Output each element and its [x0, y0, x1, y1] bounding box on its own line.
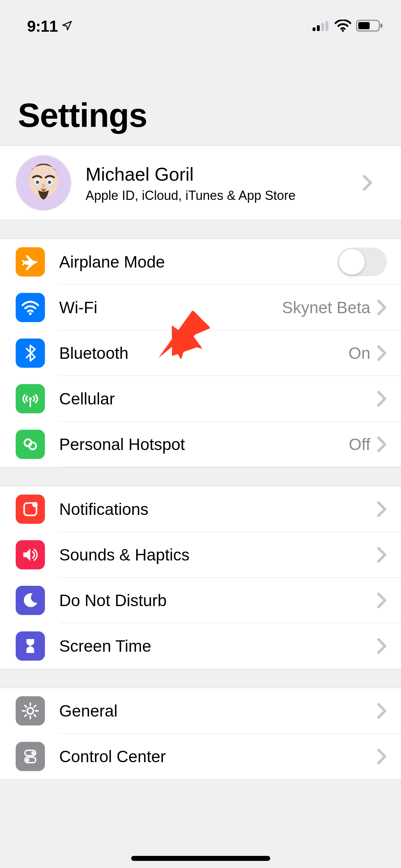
- row-label: Cellular: [59, 389, 377, 408]
- bluetooth-icon: [16, 339, 45, 368]
- account-row[interactable]: Michael Goril Apple ID, iCloud, iTunes &…: [0, 146, 401, 220]
- row-label: Sounds & Haptics: [59, 545, 377, 564]
- row-sounds[interactable]: Sounds & Haptics: [0, 532, 401, 578]
- section-general: General Control Center: [0, 688, 401, 780]
- svg-point-11: [36, 181, 39, 184]
- row-hotspot[interactable]: Personal Hotspot Off: [0, 422, 401, 467]
- row-label: General: [59, 701, 377, 720]
- row-label: Airplane Mode: [59, 252, 338, 272]
- svg-rect-0: [313, 27, 315, 31]
- status-right: [313, 19, 383, 33]
- row-label: Personal Hotspot: [59, 435, 349, 454]
- row-general[interactable]: General: [0, 688, 401, 734]
- chevron-right-icon: [377, 391, 387, 407]
- status-left: 9:11: [27, 17, 73, 35]
- section-alerts: Notifications Sounds & Haptics Do Not Di…: [0, 486, 401, 669]
- status-bar: 9:11: [0, 0, 401, 43]
- avatar: [16, 155, 71, 211]
- svg-point-14: [42, 184, 45, 188]
- airplane-icon: [16, 247, 45, 277]
- svg-rect-3: [325, 21, 328, 31]
- cellular-signal-icon: [313, 20, 330, 32]
- notifications-icon: [16, 495, 45, 524]
- row-label: Notifications: [59, 500, 377, 519]
- wifi-icon: [335, 20, 351, 33]
- row-screentime[interactable]: Screen Time: [0, 623, 401, 669]
- row-label: Screen Time: [59, 636, 377, 656]
- svg-point-34: [31, 751, 35, 755]
- status-time: 9:11: [27, 17, 58, 35]
- row-detail: On: [349, 343, 370, 363]
- svg-point-4: [342, 30, 344, 32]
- row-label: Do Not Disturb: [59, 591, 377, 610]
- gear-icon: [16, 696, 45, 725]
- row-detail: Skynet Beta: [282, 298, 370, 317]
- dnd-icon: [16, 586, 45, 615]
- sounds-icon: [16, 540, 45, 569]
- section-connectivity: Airplane Mode Wi-Fi Skynet Beta Bluetoot…: [0, 239, 401, 467]
- row-detail: Off: [349, 435, 370, 454]
- chevron-right-icon: [377, 300, 387, 315]
- section-account: Michael Goril Apple ID, iCloud, iTunes &…: [0, 145, 401, 220]
- page-title: Settings: [18, 96, 383, 135]
- row-airplane[interactable]: Airplane Mode: [0, 239, 401, 285]
- row-label: Bluetooth: [59, 343, 349, 363]
- svg-rect-6: [358, 22, 370, 29]
- row-bluetooth[interactable]: Bluetooth On: [0, 330, 401, 376]
- hotspot-icon: [16, 430, 45, 459]
- airplane-toggle[interactable]: [338, 248, 387, 276]
- chevron-right-icon: [377, 436, 387, 452]
- row-notifications[interactable]: Notifications: [0, 486, 401, 532]
- chevron-right-icon: [377, 345, 387, 361]
- svg-point-24: [27, 708, 33, 714]
- svg-point-15: [29, 312, 32, 315]
- row-label: Wi-Fi: [59, 298, 282, 317]
- svg-line-32: [25, 715, 26, 716]
- row-wifi[interactable]: Wi-Fi Skynet Beta: [0, 285, 401, 330]
- account-name: Michael Goril: [86, 163, 363, 186]
- chevron-right-icon: [377, 638, 387, 654]
- row-label: Control Center: [59, 747, 377, 766]
- svg-point-36: [26, 758, 30, 762]
- chevron-right-icon: [377, 547, 387, 563]
- svg-rect-7: [380, 24, 382, 28]
- chevron-right-icon: [377, 749, 387, 764]
- row-cellular[interactable]: Cellular: [0, 376, 401, 422]
- chevron-right-icon: [363, 175, 372, 191]
- svg-line-30: [34, 715, 36, 716]
- controlcenter-icon: [16, 742, 45, 771]
- page-title-area: Settings: [0, 43, 401, 145]
- svg-point-23: [32, 502, 37, 507]
- svg-rect-2: [321, 23, 324, 31]
- screentime-icon: [16, 631, 45, 661]
- battery-icon: [356, 19, 383, 33]
- svg-line-31: [34, 706, 36, 707]
- row-controlcenter[interactable]: Control Center: [0, 734, 401, 779]
- svg-point-13: [48, 181, 51, 184]
- row-dnd[interactable]: Do Not Disturb: [0, 578, 401, 623]
- svg-line-29: [25, 706, 26, 707]
- location-icon: [61, 20, 73, 33]
- account-subtitle: Apple ID, iCloud, iTunes & App Store: [86, 188, 363, 203]
- wifi-icon: [16, 293, 45, 322]
- svg-rect-1: [317, 25, 320, 31]
- chevron-right-icon: [377, 703, 387, 719]
- cellular-icon: [16, 384, 45, 413]
- chevron-right-icon: [377, 593, 387, 608]
- home-indicator: [131, 856, 270, 861]
- chevron-right-icon: [377, 501, 387, 517]
